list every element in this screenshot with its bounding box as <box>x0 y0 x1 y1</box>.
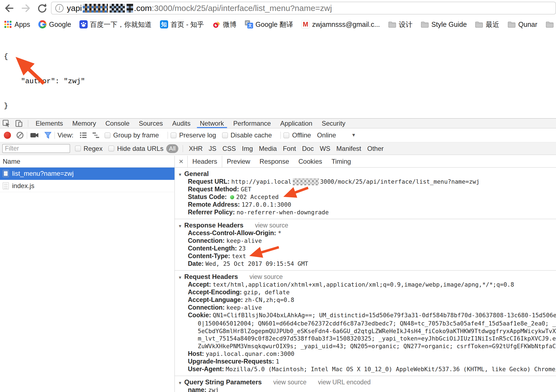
throttling-dropdown-icon[interactable]: ▼ <box>351 132 356 138</box>
network-filter-bar: Regex Hide data URLs All XHRJSCSSImgMedi… <box>0 142 556 155</box>
header-row: Host: yapi.local.qunar.com:3000 <box>178 350 556 358</box>
group-by-frame-checkbox[interactable] <box>105 132 110 138</box>
bookmark-folder[interactable]: Qunar <box>508 21 537 28</box>
header-value: zh-CN,zh;q=0.8 <box>245 296 294 303</box>
section-link-view-source[interactable]: view source <box>255 222 288 229</box>
hide-data-urls-checkbox[interactable] <box>108 146 114 151</box>
google-icon <box>38 20 47 28</box>
back-button[interactable] <box>4 3 15 14</box>
devtools-tab-console[interactable]: Console <box>101 119 134 128</box>
devtools-tab-network[interactable]: Network <box>195 119 229 128</box>
filter-type-other[interactable]: Other <box>367 145 384 152</box>
filter-type-manifest[interactable]: Manifest <box>336 145 361 152</box>
bookmark-zhihu[interactable]: 知首页 - 知乎 <box>160 20 204 29</box>
detail-tab-bar: × HeadersPreviewResponseCookiesTiming <box>175 156 556 168</box>
filter-type-all[interactable]: All <box>166 144 178 153</box>
back-arrow-icon <box>4 3 15 14</box>
offline-checkbox[interactable] <box>283 132 289 138</box>
preserve-log-label: Preserve log <box>179 131 216 139</box>
detail-tab-response[interactable]: Response <box>255 156 294 167</box>
folder-icon <box>421 21 429 28</box>
bookmark-translate[interactable]: G文Google 翻译 <box>245 20 293 29</box>
filter-input[interactable] <box>2 144 70 153</box>
folder-icon <box>546 21 554 28</box>
filter-type-css[interactable]: CSS <box>222 145 236 152</box>
section-general: ▼GeneralRequest URL: http://yapi.local30… <box>175 168 556 219</box>
bookmark-folder[interactable]: 最近 <box>475 20 499 29</box>
section-link-view-URL-encoded[interactable]: view URL encoded <box>318 379 371 386</box>
header-value: GET <box>241 186 251 193</box>
disclosure-triangle-icon[interactable]: ▼ <box>178 172 182 177</box>
section-header: ▼General <box>178 170 556 178</box>
screenshot-camera-icon[interactable] <box>30 131 39 139</box>
bookmark-folder[interactable]: 设计 <box>388 20 412 29</box>
detail-tab-cookies[interactable]: Cookies <box>294 156 327 167</box>
section-header: ▼Response Headersview source <box>178 221 556 229</box>
bookmark-gmail[interactable]: Mzwjamnsss@gmail.c... <box>301 20 380 28</box>
url-bar[interactable]: i yapi .com :3000/mock/25/api/interface/… <box>51 2 556 15</box>
disclosure-triangle-icon[interactable]: ▼ <box>178 275 182 280</box>
network-toolbar: View: Group by frame Preserve log Disabl… <box>0 128 556 142</box>
devtools-tab-memory[interactable]: Memory <box>68 119 101 128</box>
bookmark-label: 百度一下，你就知道 <box>90 20 152 29</box>
devtools-tab-sources[interactable]: Sources <box>134 119 168 128</box>
bookmark-folder[interactable]: Me <box>546 21 556 28</box>
clear-icon[interactable] <box>16 131 24 139</box>
disclosure-triangle-icon[interactable]: ▼ <box>178 381 182 385</box>
forward-arrow-icon <box>20 3 31 14</box>
filter-type-ws[interactable]: WS <box>320 145 330 152</box>
devtools-tab-audits[interactable]: Audits <box>168 119 195 128</box>
section-link-view-source[interactable]: view source <box>273 379 306 386</box>
regex-checkbox[interactable] <box>75 146 81 151</box>
filter-type-js[interactable]: JS <box>209 145 216 152</box>
header-row: Upgrade-Insecure-Requests: 1 <box>178 358 556 365</box>
devtools-tab-elements[interactable]: Elements <box>31 119 68 128</box>
bookmark-baidu[interactable]: 百度一下，你就知道 <box>79 20 152 29</box>
inspect-element-button[interactable] <box>0 119 13 128</box>
devtools-tab-security[interactable]: Security <box>317 119 350 128</box>
header-row: Request URL: http://yapi.local3000/mock/… <box>178 178 556 185</box>
bookmark-folder[interactable]: Style Guide <box>421 21 467 28</box>
header-value: gzip, deflate <box>243 289 290 296</box>
header-value: 127.0.0.1:3000 <box>242 201 291 208</box>
filter-type-img[interactable]: Img <box>242 145 253 152</box>
header-value: http://yapi.local <box>231 178 291 185</box>
disclosure-triangle-icon[interactable]: ▼ <box>178 224 182 228</box>
header-key: Accept-Encoding: <box>188 289 243 296</box>
device-toolbar-button[interactable] <box>13 119 25 128</box>
waterfall-view-icon[interactable] <box>92 132 100 139</box>
reload-button[interactable] <box>37 3 48 14</box>
filter-funnel-icon[interactable] <box>44 131 52 139</box>
header-value-continuation: 5eCbdYG8mlHr8lZogepmQUJPUb0_eSKseFdn4-6a… <box>198 327 556 335</box>
request-row[interactable]: index.js <box>0 180 174 192</box>
list-view-icon[interactable] <box>79 132 87 139</box>
header-value: yapi.local.qunar.com:3000 <box>206 350 294 357</box>
bookmark-weibo[interactable]: 微博 <box>212 20 237 29</box>
name-column-header[interactable]: Name <box>0 156 174 168</box>
filter-type-font[interactable]: Font <box>283 145 296 152</box>
filter-type-doc[interactable]: Doc <box>302 145 314 152</box>
detail-tab-timing[interactable]: Timing <box>327 156 356 167</box>
bookmark-apps-grid[interactable]: Apps <box>4 20 30 28</box>
disable-cache-label: Disable cache <box>231 131 272 139</box>
bookmark-label: Google <box>49 21 71 28</box>
forward-button[interactable] <box>20 3 31 14</box>
page-content: { "author": "zwj" } <box>0 32 556 118</box>
bookmark-google[interactable]: Google <box>38 20 71 28</box>
record-button[interactable] <box>4 132 11 139</box>
section-link-view-source[interactable]: view source <box>250 273 283 281</box>
detail-tab-headers[interactable]: Headers <box>187 156 222 167</box>
filter-type-media[interactable]: Media <box>259 145 277 152</box>
devtools-tab-application[interactable]: Application <box>276 119 317 128</box>
close-icon[interactable]: × <box>175 156 187 167</box>
page-info-icon[interactable]: i <box>55 4 64 12</box>
request-row[interactable]: list_menu?name=zwj <box>0 168 174 180</box>
devtools-tab-performance[interactable]: Performance <box>229 119 276 128</box>
translate-wen-glyph: 文 <box>247 23 253 28</box>
preserve-log-checkbox[interactable] <box>171 132 176 138</box>
filter-type-xhr[interactable]: XHR <box>189 145 203 152</box>
detail-tab-preview[interactable]: Preview <box>222 156 255 167</box>
disable-cache-checkbox[interactable] <box>222 132 228 138</box>
throttling-select[interactable]: Online <box>317 131 336 139</box>
bookmark-label: Google 翻译 <box>256 20 293 29</box>
